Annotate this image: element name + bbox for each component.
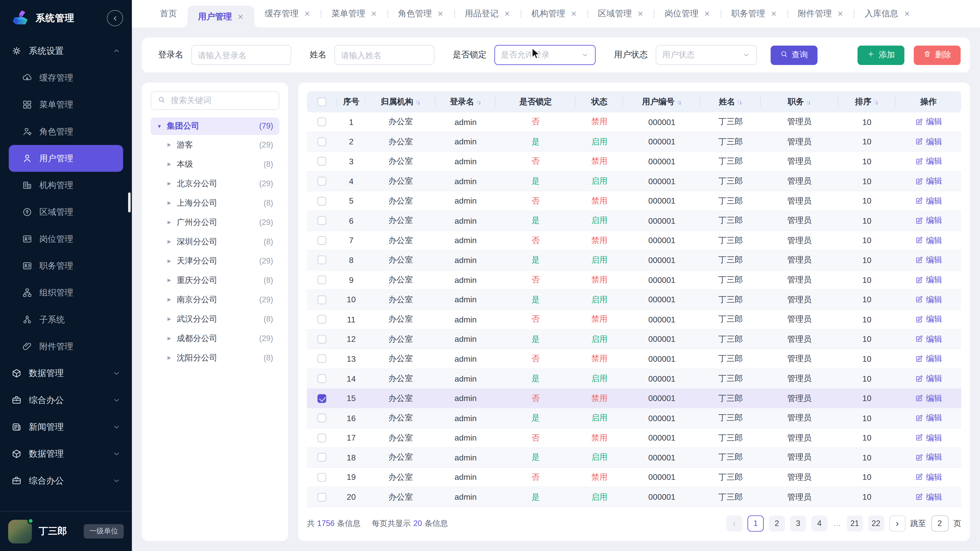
sidebar-collapse-button[interactable] <box>107 10 123 26</box>
edit-button[interactable]: 编辑 <box>915 215 942 226</box>
sidebar-group-office-2[interactable]: 综合办公 <box>0 467 132 494</box>
edit-button[interactable]: 编辑 <box>915 294 942 305</box>
tree-node[interactable]: ▶游客(29) <box>151 135 279 154</box>
row-checkbox[interactable] <box>318 492 326 501</box>
sort-icon[interactable]: ↑↓ <box>737 98 742 105</box>
search-button[interactable]: 查询 <box>770 45 817 65</box>
row-checkbox[interactable] <box>318 138 326 146</box>
tab-缓存管理[interactable]: 缓存管理✕ <box>254 0 321 27</box>
delete-button[interactable]: 删除 <box>914 45 961 65</box>
tab-close-icon[interactable]: ✕ <box>771 10 777 18</box>
sidebar-group-news-mgmt[interactable]: 新闻管理 <box>0 413 132 440</box>
tree-search-input[interactable]: 搜索关键词 <box>151 91 279 110</box>
column-header-登录名[interactable]: 登录名↑↓ <box>436 91 496 113</box>
edit-button[interactable]: 编辑 <box>915 235 942 246</box>
tree-node[interactable]: ▶武汉分公司(8) <box>151 309 279 329</box>
tab-用品登记[interactable]: 用品登记✕ <box>454 0 520 27</box>
table-row[interactable]: 2办公室admin是启用000001丁三郎管理员10编辑 <box>307 132 961 152</box>
page-button-3[interactable]: 3 <box>790 515 807 532</box>
sidebar-item-org-mgmt[interactable]: 机构管理 <box>9 171 123 198</box>
table-row[interactable]: 18办公室admin是启用000001丁三郎管理员10编辑 <box>307 448 961 468</box>
sidebar-item-attachment-mgmt[interactable]: 附件管理 <box>9 333 123 360</box>
edit-button[interactable]: 编辑 <box>915 472 942 483</box>
row-checkbox[interactable] <box>318 433 326 442</box>
locked-select[interactable]: 是否允许登录 <box>494 45 595 65</box>
row-checkbox[interactable] <box>318 236 326 245</box>
tree-node[interactable]: ▶深圳分公司(8) <box>151 232 279 251</box>
sidebar-item-duty-mgmt[interactable]: 职务管理 <box>9 252 123 279</box>
tab-close-icon[interactable]: ✕ <box>238 12 244 21</box>
row-checkbox[interactable] <box>318 197 326 205</box>
sidebar-item-organization-mgmt[interactable]: 组织管理 <box>9 279 123 306</box>
tab-区域管理[interactable]: 区域管理✕ <box>587 0 654 27</box>
user-status-select[interactable]: 用户状态 <box>655 45 757 65</box>
edit-button[interactable]: 编辑 <box>915 373 942 384</box>
tab-close-icon[interactable]: ✕ <box>704 10 710 18</box>
edit-button[interactable]: 编辑 <box>915 392 942 404</box>
sidebar-group-data-mgmt-1[interactable]: 数据管理 <box>0 360 132 387</box>
edit-button[interactable]: 编辑 <box>915 195 942 206</box>
avatar[interactable] <box>8 519 32 543</box>
table-row[interactable]: 17办公室admin否禁用000001丁三郎管理员10编辑 <box>307 428 961 448</box>
tab-close-icon[interactable]: ✕ <box>504 10 510 18</box>
page-button-4[interactable]: 4 <box>811 515 828 532</box>
edit-button[interactable]: 编辑 <box>915 353 942 365</box>
table-row[interactable]: 3办公室admin否禁用000001丁三郎管理员10编辑 <box>307 152 961 171</box>
sidebar-group-office-1[interactable]: 综合办公 <box>0 387 132 413</box>
sidebar-item-subsystem[interactable]: 子系统 <box>9 306 123 333</box>
tree-node[interactable]: ▶重庆分公司(8) <box>151 270 279 290</box>
next-page-button[interactable]: › <box>889 515 905 532</box>
table-row[interactable]: 16办公室admin是启用000001丁三郎管理员10编辑 <box>307 408 961 428</box>
row-checkbox[interactable] <box>318 295 326 304</box>
row-checkbox[interactable] <box>318 374 326 383</box>
edit-button[interactable]: 编辑 <box>915 432 942 443</box>
sidebar-item-user-mgmt[interactable]: 用户管理 <box>9 145 123 171</box>
row-checkbox[interactable] <box>318 157 326 166</box>
row-checkbox[interactable] <box>318 118 326 126</box>
tab-close-icon[interactable]: ✕ <box>304 10 310 18</box>
edit-button[interactable]: 编辑 <box>915 156 942 167</box>
table-row[interactable]: 1办公室admin否禁用000001丁三郎管理员10编辑 <box>307 113 961 132</box>
table-row[interactable]: 12办公室admin是启用000001丁三郎管理员10编辑 <box>307 330 961 349</box>
row-checkbox[interactable] <box>318 256 326 265</box>
table-row[interactable]: 8办公室admin是启用000001丁三郎管理员10编辑 <box>307 251 961 270</box>
sort-icon[interactable]: ↑↓ <box>476 98 482 105</box>
page-button-2[interactable]: 2 <box>769 515 785 532</box>
edit-button[interactable]: 编辑 <box>915 491 942 503</box>
tree-node[interactable]: ▶沈阳分公司(8) <box>151 348 279 367</box>
tab-close-icon[interactable]: ✕ <box>638 10 644 18</box>
sidebar-item-region-mgmt[interactable]: 区域管理 <box>9 199 123 225</box>
row-checkbox[interactable] <box>318 414 326 422</box>
sort-icon[interactable]: ↑↓ <box>676 98 682 105</box>
prev-page-button[interactable]: ‹ <box>726 515 743 532</box>
tree-node[interactable]: ▶南京分公司(29) <box>151 290 279 309</box>
tab-用户管理[interactable]: 用户管理✕ <box>188 6 254 27</box>
edit-button[interactable]: 编辑 <box>915 333 942 345</box>
login-name-input[interactable] <box>191 45 291 65</box>
edit-button[interactable]: 编辑 <box>915 274 942 286</box>
table-row[interactable]: 13办公室admin否禁用000001丁三郎管理员10编辑 <box>307 349 961 369</box>
row-checkbox[interactable] <box>318 394 326 403</box>
page-button-21[interactable]: 21 <box>846 515 863 532</box>
tree-node[interactable]: ▶成都分公司(29) <box>151 329 279 348</box>
sort-icon[interactable]: ↑↓ <box>873 98 879 105</box>
tab-close-icon[interactable]: ✕ <box>438 10 444 18</box>
table-row[interactable]: 6办公室admin是启用000001丁三郎管理员10编辑 <box>307 211 961 231</box>
sidebar-group-system-settings[interactable]: 系统设置 <box>0 38 132 64</box>
sidebar-item-cache-mgmt[interactable]: 缓存管理 <box>9 64 123 91</box>
add-button[interactable]: 添加 <box>858 45 904 65</box>
edit-button[interactable]: 编辑 <box>915 314 942 325</box>
table-row[interactable]: 11办公室admin否禁用000001丁三郎管理员10编辑 <box>307 310 961 330</box>
sort-icon[interactable]: ↑↓ <box>415 98 421 105</box>
tree-node[interactable]: ▶广州分公司(29) <box>151 213 279 232</box>
row-checkbox[interactable] <box>318 335 326 343</box>
edit-button[interactable]: 编辑 <box>915 176 942 187</box>
table-row[interactable]: 20办公室admin是启用000001丁三郎管理员10编辑 <box>307 487 961 507</box>
row-checkbox[interactable] <box>318 177 326 186</box>
edit-button[interactable]: 编辑 <box>915 413 942 424</box>
tree-node[interactable]: ▶北京分公司(29) <box>151 174 279 193</box>
table-row[interactable]: 7办公室admin否禁用000001丁三郎管理员10编辑 <box>307 231 961 251</box>
sidebar-scrollbar[interactable] <box>128 192 130 212</box>
sidebar-item-menu-mgmt[interactable]: 菜单管理 <box>9 91 123 118</box>
edit-button[interactable]: 编辑 <box>915 136 942 148</box>
